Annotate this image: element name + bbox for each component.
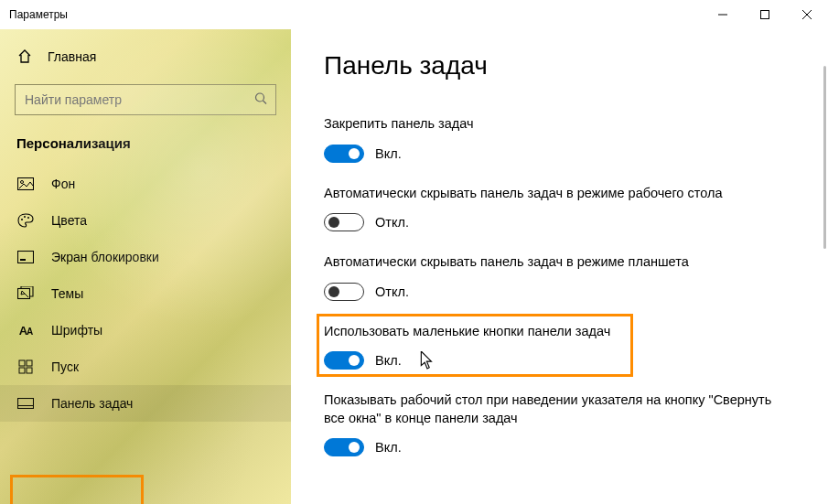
category-title: Персонализация — [0, 132, 291, 166]
toggle-row: Вкл. — [324, 438, 781, 456]
window-title: Параметры — [0, 8, 68, 21]
toggle-row: Вкл. — [324, 145, 781, 163]
toggle-state-label: Вкл. — [375, 146, 402, 161]
svg-point-9 — [24, 216, 26, 218]
toggle-switch[interactable] — [324, 351, 364, 370]
nav-item-lockscreen[interactable]: Экран блокировки — [0, 239, 291, 275]
toggle-state-label: Вкл. — [375, 353, 402, 368]
lockscreen-icon — [16, 251, 35, 263]
nav-item-label: Пуск — [51, 359, 79, 374]
minimize-button[interactable] — [702, 0, 744, 29]
palette-icon — [16, 213, 35, 228]
window-controls — [702, 0, 828, 29]
toggle-switch[interactable] — [324, 213, 364, 231]
toggle-state-label: Откл. — [375, 284, 409, 299]
setting-label: Закрепить панель задач — [324, 115, 781, 134]
nav-item-label: Шрифты — [51, 323, 102, 338]
nav-item-label: Фон — [51, 177, 75, 191]
nav-item-colors[interactable]: Цвета — [0, 202, 291, 239]
taskbar-icon — [16, 398, 35, 409]
svg-line-5 — [263, 101, 267, 104]
toggle-row: Откл. — [324, 213, 781, 231]
nav-item-fonts[interactable]: AA Шрифты — [0, 312, 291, 349]
page-title: Панель задач — [324, 51, 795, 80]
setting-row: Автоматически скрывать панель задач в ре… — [324, 185, 781, 232]
maximize-button[interactable] — [744, 0, 786, 29]
svg-rect-15 — [27, 360, 32, 366]
setting-row: Закрепить панель задачВкл. — [324, 115, 781, 163]
svg-rect-1 — [761, 11, 769, 19]
nav-item-start[interactable]: Пуск — [0, 349, 291, 385]
start-icon — [16, 359, 35, 374]
search-input[interactable] — [15, 84, 276, 115]
svg-rect-12 — [20, 259, 26, 261]
close-button[interactable] — [786, 0, 828, 29]
svg-rect-14 — [19, 360, 25, 366]
toggle-switch[interactable] — [324, 438, 364, 456]
nav-item-label: Темы — [51, 286, 83, 301]
setting-label: Автоматически скрывать панель задач в ре… — [324, 253, 781, 272]
toggle-row: Откл. — [324, 283, 781, 301]
svg-rect-11 — [18, 252, 34, 263]
fonts-icon: AA — [16, 324, 35, 338]
setting-row: Автоматически скрывать панель задач в ре… — [324, 253, 781, 301]
svg-rect-18 — [18, 399, 34, 409]
setting-label: Показывать рабочий стол при наведении ук… — [324, 391, 781, 427]
toggle-switch[interactable] — [324, 145, 364, 163]
search-icon — [254, 92, 267, 108]
toggle-switch[interactable] — [324, 283, 364, 301]
setting-row: Показывать рабочий стол при наведении ук… — [324, 391, 781, 456]
picture-icon — [16, 177, 35, 190]
setting-label: Автоматически скрывать панель задач в ре… — [324, 185, 781, 203]
nav-item-taskbar[interactable]: Панель задач — [0, 385, 291, 422]
scrollbar[interactable] — [823, 66, 826, 249]
svg-rect-16 — [19, 368, 25, 373]
nav-item-background[interactable]: Фон — [0, 166, 291, 202]
toggle-state-label: Откл. — [375, 215, 409, 230]
themes-icon — [16, 286, 35, 301]
nav-home[interactable]: Главная — [0, 40, 291, 73]
nav-item-label: Экран блокировки — [51, 250, 159, 264]
titlebar: Параметры — [0, 0, 828, 29]
nav-highlight-box — [10, 475, 144, 504]
svg-point-7 — [21, 181, 24, 184]
nav-item-themes[interactable]: Темы — [0, 275, 291, 312]
toggle-row: Вкл. — [324, 351, 781, 370]
sidebar: Главная Персонализация Фон Цвета Э — [0, 29, 291, 504]
nav-home-label: Главная — [48, 49, 96, 64]
search-wrap — [15, 84, 276, 115]
setting-label: Использовать маленькие кнопки панели зад… — [324, 323, 781, 341]
toggle-state-label: Вкл. — [375, 440, 402, 455]
nav-item-label: Панель задач — [51, 396, 133, 411]
nav-item-label: Цвета — [51, 213, 87, 228]
svg-point-8 — [21, 219, 23, 220]
setting-row: Использовать маленькие кнопки панели зад… — [324, 323, 781, 370]
svg-point-10 — [27, 217, 29, 219]
content-area: Панель задач Закрепить панель задачВкл.А… — [291, 29, 828, 504]
svg-rect-17 — [27, 368, 32, 373]
svg-point-4 — [256, 93, 264, 102]
home-icon — [16, 49, 33, 64]
